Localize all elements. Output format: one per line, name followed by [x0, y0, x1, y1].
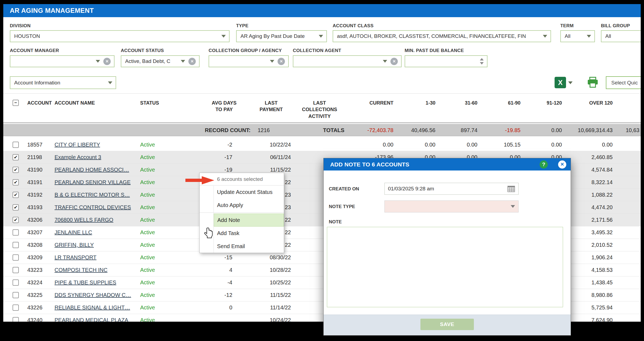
col-header-account-name[interactable]: ACCOUNT NAME — [50, 96, 134, 123]
checkbox-cell: ✔ — [10, 204, 24, 211]
col-header-1-30[interactable]: 1-30 — [397, 96, 439, 123]
account-name-link[interactable]: 706800 WELLS FARGO — [55, 217, 113, 223]
menu-item-update-account-status[interactable]: Update Account Status — [200, 185, 284, 199]
account-name-link[interactable]: PEARLAND SENIOR VILLAGE — [55, 179, 131, 185]
type-dropdown[interactable]: AR Aging By Past Due Date — [236, 30, 327, 42]
account-name-link[interactable]: LR TRANSPORT — [55, 254, 97, 260]
account-name-link[interactable]: PEARLAND HOME ASSOCI… — [55, 167, 129, 173]
account-name-link[interactable]: DDS SYNERGY SHADOW C… — [55, 292, 131, 298]
col-header-last-collections[interactable]: LAST COLLECTIONS ACTIVITY — [294, 96, 345, 123]
app-titlebar: AR AGING MANAGEMENT — [3, 4, 641, 17]
row-checkbox[interactable]: ✔ — [13, 179, 19, 185]
term-dropdown[interactable]: All — [560, 30, 595, 42]
cell-over-120: 4,158.53 — [566, 267, 616, 273]
row-checkbox[interactable] — [13, 267, 19, 273]
cell-account-name: RELIABLE SIGNAL & LIGHT… — [50, 305, 134, 311]
clear-icon[interactable]: ✕ — [390, 58, 398, 65]
close-icon[interactable]: ✕ — [558, 160, 566, 169]
account-status-label: ACCOUNT STATUS — [121, 48, 164, 53]
view-selector-dropdown[interactable]: Account Information — [10, 76, 116, 89]
chevron-down-icon[interactable] — [319, 35, 323, 38]
select-quick-button[interactable]: Select Quic — [606, 76, 641, 89]
account-name-link[interactable]: CITY OF LIBERTY — [55, 142, 100, 148]
select-all-checkbox[interactable]: − — [13, 100, 19, 106]
note-textarea[interactable] — [327, 227, 563, 307]
menu-separator — [200, 212, 284, 213]
chevron-down-icon[interactable] — [587, 35, 591, 38]
chevron-down-icon[interactable] — [96, 60, 100, 63]
account-name-link[interactable]: GRIFFIN, BILLY — [55, 242, 94, 248]
chevron-down-icon[interactable] — [108, 81, 112, 84]
row-checkbox[interactable]: ✔ — [13, 192, 19, 198]
help-icon[interactable]: ? — [540, 160, 548, 169]
division-dropdown[interactable]: HOUSTON — [10, 30, 230, 42]
min-past-due-input[interactable] — [405, 55, 487, 67]
col-header-31-60[interactable]: 31-60 — [439, 96, 481, 123]
save-button[interactable]: SAVE — [420, 319, 474, 330]
menu-item-add-note[interactable]: Add Note — [214, 214, 284, 227]
col-header-last-payment[interactable]: LAST PAYMENT — [249, 96, 294, 123]
account-name-link[interactable]: Example Account 3 — [55, 154, 101, 160]
chevron-down-icon[interactable] — [270, 60, 274, 63]
chevron-down-icon[interactable] — [221, 35, 226, 38]
print-icon[interactable] — [587, 77, 599, 89]
col-header-status[interactable]: STATUS — [134, 96, 200, 123]
menu-item-auto-apply[interactable]: Auto Apply — [200, 199, 284, 212]
calendar-icon[interactable] — [507, 185, 515, 192]
row-checkbox[interactable] — [13, 305, 19, 311]
cell-b61-90: 105.15 — [481, 142, 524, 148]
row-checkbox[interactable] — [13, 229, 19, 236]
checkbox-cell — [10, 267, 24, 273]
collection-agent-dropdown[interactable]: ✕ — [293, 55, 402, 67]
account-name-link[interactable]: COMPOSI TECH INC — [55, 267, 107, 273]
col-header-61-90[interactable]: 61-90 — [481, 96, 524, 123]
account-manager-dropdown[interactable]: ✕ — [10, 55, 115, 67]
cell-account: 18557 — [24, 142, 50, 148]
account-name-link[interactable]: JENLAINE LLC — [55, 229, 92, 235]
account-class-dropdown[interactable]: asdf, AUTOCH, BROKER, CLASSTEST, COMMERC… — [333, 30, 551, 42]
row-checkbox[interactable] — [13, 279, 19, 286]
account-name-link[interactable]: RELIABLE SIGNAL & LIGHT… — [55, 305, 130, 310]
row-checkbox[interactable]: ✔ — [13, 167, 19, 173]
row-checkbox[interactable] — [13, 254, 19, 261]
col-header-over-120[interactable]: OVER 120 — [566, 96, 616, 123]
account-name-link[interactable]: TRAFFIC CONTROL DEVICES — [55, 204, 131, 210]
clear-icon[interactable]: ✕ — [103, 58, 111, 65]
account-status-dropdown[interactable]: Active, Bad Debt, C ✕ — [121, 55, 200, 67]
account-name-link[interactable]: B & G ELECTRIC MOTOR S… — [55, 192, 130, 198]
row-checkbox[interactable]: ✔ — [13, 154, 19, 160]
row-checkbox[interactable] — [13, 317, 19, 322]
chevron-down-icon[interactable] — [181, 60, 185, 63]
excel-options-chevron-icon[interactable] — [568, 81, 573, 84]
spin-up-icon[interactable] — [480, 58, 484, 60]
row-checkbox[interactable] — [13, 292, 19, 298]
bill-group-dropdown[interactable]: All — [601, 30, 641, 42]
row-checkbox[interactable]: ✔ — [13, 217, 19, 223]
row-checkbox[interactable] — [13, 242, 19, 248]
menu-item-send-email[interactable]: Send Email — [200, 240, 284, 253]
col-header-current[interactable]: CURRENT — [345, 96, 397, 123]
note-type-dropdown[interactable] — [384, 200, 519, 212]
col-header-avg-days[interactable]: AVG DAYS TO PAY — [200, 96, 249, 123]
spin-down-icon[interactable] — [480, 62, 484, 65]
collection-group-dropdown[interactable]: ✕ — [209, 55, 289, 67]
chevron-down-icon[interactable] — [383, 60, 387, 63]
chevron-down-icon[interactable] — [543, 35, 547, 38]
cell-status: Active — [134, 167, 200, 173]
col-header-91-120[interactable]: 91-120 — [524, 96, 566, 123]
account-name-link[interactable]: PEARLAND MEDICAL PLAZA — [55, 317, 128, 322]
cell-status: Active — [134, 242, 200, 248]
excel-export-icon[interactable]: X — [555, 77, 566, 88]
row-checkbox[interactable] — [13, 142, 19, 148]
clear-icon[interactable]: ✕ — [188, 58, 196, 65]
created-on-input[interactable]: 01/03/2025 9:28 am — [384, 183, 519, 195]
record-count-value: 1216 — [251, 127, 283, 133]
clear-icon[interactable]: ✕ — [278, 58, 285, 65]
account-name-link[interactable]: PIPE & TUBE SUPPLIES — [55, 279, 116, 285]
chevron-down-icon[interactable] — [511, 205, 515, 208]
col-header-account[interactable]: ACCOUNT — [24, 96, 50, 123]
modal-header: ADD NOTE TO 6 ACCOUNTS ? ✕ — [324, 158, 571, 170]
spinner-stepper[interactable] — [480, 58, 484, 65]
row-checkbox[interactable]: ✔ — [13, 204, 19, 211]
table-row[interactable]: 18557CITY OF LIBERTYActive-210/22/240.00… — [3, 139, 641, 151]
